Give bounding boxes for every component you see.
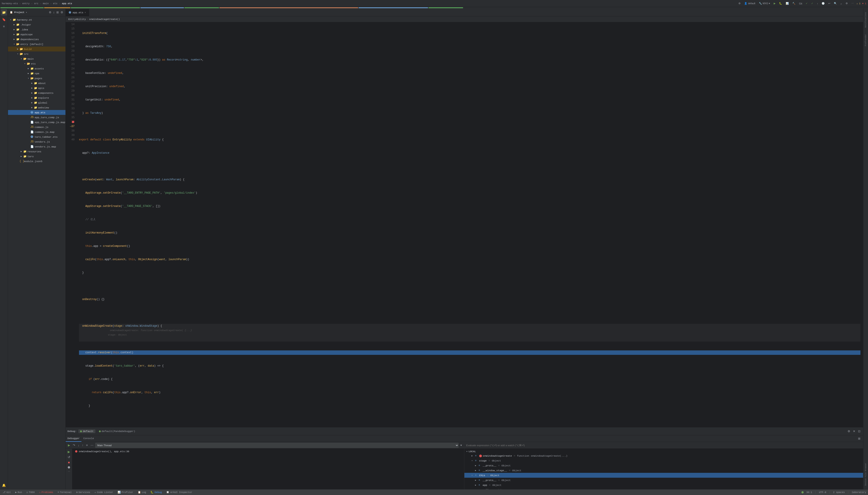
tree-item-dependencies[interactable]: ▶ 📁 dependencies (8, 37, 65, 42)
resume-button[interactable]: ▶ (67, 443, 71, 447)
debug-settings-button[interactable]: ⚙ (847, 429, 851, 433)
project-icon[interactable]: 📁 (1, 9, 7, 16)
tree-item-harmony-et[interactable]: ▾ 📁 harmony-et (8, 17, 65, 22)
search-button[interactable]: 🔍 (833, 2, 838, 5)
var-item-proto-this[interactable]: ▶ ≡ __proto__ = Object (464, 478, 863, 482)
var-item-onWindowStageCreate[interactable]: ▶ ≡ ⬤ onWindowStageCreate = function onW… (464, 453, 863, 458)
tree-item-npm[interactable]: ▶ 📁 npm (8, 71, 65, 76)
collapse-all-button[interactable]: ⚙ (48, 10, 52, 14)
tree-item-app-ets[interactable]: ▶ 🅣 app.ets (8, 110, 65, 115)
debug-expand-button[interactable]: ⊡ (857, 429, 861, 433)
step-over-button[interactable]: ↷ (72, 443, 76, 447)
frames-button[interactable]: ≡ (85, 443, 89, 447)
thread-dropdown[interactable]: ▾ (460, 443, 463, 447)
status-profiler[interactable]: 📊 Profiler (117, 491, 134, 494)
status-log[interactable]: 📋 Log (137, 491, 147, 494)
encoding-label[interactable]: UTF-8 (819, 491, 826, 494)
var-item-proto-stage[interactable]: ▶ ≡ __proto__ = Object (464, 463, 863, 468)
clock-button[interactable]: 🕐 (821, 2, 825, 5)
tree-item-about[interactable]: ▶ 📁 about (8, 81, 65, 86)
search2-button[interactable]: ⌕ (839, 2, 843, 5)
var-item-callee[interactable]: ▶ ≡ callee = Object (464, 488, 863, 489)
notifications-sidebar-label[interactable]: Notifications (865, 12, 867, 28)
tree-item-webview[interactable]: ▶ 📁 webview (8, 105, 65, 110)
git-more[interactable]: ↑ (816, 2, 819, 5)
step-out-button[interactable]: ↑ (81, 443, 85, 447)
tree-item-taro-tabbar[interactable]: ▶ 🅣 taro_tabbar.ets (8, 134, 65, 139)
tab-close-button[interactable]: ✕ (85, 11, 86, 14)
notifications-icon[interactable]: 🔔 (1, 482, 7, 488)
tree-item-apis[interactable]: ▶ 📁 apis (8, 86, 65, 90)
settings-button[interactable]: ⚙ (737, 2, 741, 5)
build-button[interactable]: 🔨 (791, 2, 796, 5)
more-debug-button[interactable]: ⋯ (90, 443, 94, 447)
more-actions-button[interactable]: ⋯ (67, 470, 71, 473)
session-tab-default[interactable]: default (78, 429, 95, 433)
branch-label[interactable]: laboratory (852, 491, 866, 494)
status-debug[interactable]: 🐛 Debug (150, 491, 163, 494)
device-file-browser-label[interactable]: Device File Browser (865, 463, 867, 486)
breadcrumb-class[interactable]: EntryAbility (68, 18, 86, 21)
prefrender-sidebar-label[interactable]: Prefrender (865, 34, 867, 46)
expr-input[interactable] (466, 444, 861, 447)
status-run[interactable]: ▶ Run (14, 491, 23, 494)
tree-item-module-json5[interactable]: ▶ { } module.json5 (8, 159, 65, 164)
debug-button[interactable]: 🐛 (778, 2, 783, 5)
tab-app-ets[interactable]: 🅣 app.ets ✕ (66, 9, 89, 16)
sort-button[interactable]: ↕ (53, 10, 55, 14)
tab-debugger[interactable]: Debugger (66, 436, 81, 442)
status-code-linter[interactable]: ✏ Code Linter (94, 491, 114, 494)
profile-run-button[interactable]: 📊 (785, 2, 790, 5)
git-check[interactable]: ✓ (805, 2, 808, 5)
run-button[interactable]: ▶ (773, 2, 777, 5)
status-problems[interactable]: ⚠ Problems (38, 491, 54, 494)
start-button[interactable]: ▶ (67, 449, 71, 454)
git-label[interactable]: Git (798, 2, 803, 5)
tree-item-common-js-map[interactable]: ▶ 📄 common.js.map (8, 130, 65, 134)
settings2-button[interactable]: ⚙ (845, 2, 849, 5)
stop-button[interactable]: ■ (67, 460, 70, 465)
tree-item-app-taro-comp-map[interactable]: ▶ 📄 app_taro_comp.js.map (8, 120, 65, 125)
tree-item-app-taro-comp[interactable]: ▶ JS app_taro_comp.js (8, 115, 65, 120)
tree-item-hvigor[interactable]: ▶ 📁 .hvigor (8, 22, 65, 27)
settings-panel-button[interactable]: ⚙ (60, 10, 64, 14)
tree-item-vendors-js-map[interactable]: ▶ 📄 vendors.js.map (8, 144, 65, 149)
tree-item-vendors-js[interactable]: ▶ JS vendors.js (8, 139, 65, 144)
tree-item-src[interactable]: ▾ 📂 src (8, 51, 65, 56)
indent-label[interactable]: 2 spaces (833, 491, 845, 494)
expand-button[interactable]: ⊞ (56, 10, 59, 14)
git-check2[interactable]: ✓ (810, 2, 814, 5)
var-item-this[interactable]: ▾ ≡ this = Object (464, 473, 863, 478)
tree-item-appscope[interactable]: ▶ 📁 AppScope (8, 32, 65, 37)
tree-item-taro[interactable]: ▶ 📁 taro (8, 154, 65, 159)
status-services[interactable]: ⚙ Services (75, 491, 91, 494)
var-item-app[interactable]: ▶ ≡ app = Object (464, 482, 863, 488)
tree-item-idea[interactable]: ▶ 📁 .idea (8, 27, 65, 32)
status-todo[interactable]: ☑ TODO (26, 491, 35, 494)
tree-item-main[interactable]: ▾ 📂 main (8, 56, 65, 61)
tree-item-resources[interactable]: ▶ 📁 resources (8, 149, 65, 154)
tree-item-components[interactable]: ▶ 📁 components (8, 90, 65, 96)
debug-close-button[interactable]: ✕ (852, 429, 856, 433)
tree-item-assets[interactable]: ▶ 📁 assets (8, 66, 65, 71)
tree-item-explore[interactable]: ▶ 📁 explore (8, 96, 65, 100)
structure-icon[interactable]: ≡ (1, 23, 7, 30)
bookmarks-icon[interactable]: 🔖 (1, 16, 7, 23)
status-terminal[interactable]: ⌨ Terminal (57, 491, 72, 494)
stack-item-0[interactable]: ⬤ onWindowStageCreate(), app.ets:36 (72, 449, 464, 454)
local-section-header[interactable]: ▾ LOCAL (464, 449, 863, 453)
run-config-selector[interactable]: 🔧 MXG ▾ (758, 2, 771, 5)
breadcrumb-method[interactable]: onWindowStageCreate() (89, 18, 120, 21)
status-arkui[interactable]: 🔲 ArkUI Inspector (165, 491, 193, 494)
status-git[interactable]: ⎇ Git (2, 491, 12, 494)
tree-item-pages[interactable]: ▾ 📂 pages (8, 76, 65, 81)
frames-layout-button[interactable]: ⊞ (857, 437, 861, 441)
tree-item-build[interactable]: ▶ 📂 build (8, 47, 65, 51)
thread-selector[interactable]: Main Thread (95, 443, 458, 448)
tree-item-entry[interactable]: ▾ 📂 entry [default] (8, 42, 65, 47)
var-item-stage[interactable]: ▾ ≡ stage = Object (464, 458, 863, 463)
tree-item-common-js[interactable]: ▶ JS common.js (8, 125, 65, 130)
undo-button[interactable]: ↩ (828, 2, 831, 5)
session-tab-panda[interactable]: default(PandaDebugger) (97, 429, 137, 433)
profile-button[interactable]: 👤 default (743, 2, 756, 5)
